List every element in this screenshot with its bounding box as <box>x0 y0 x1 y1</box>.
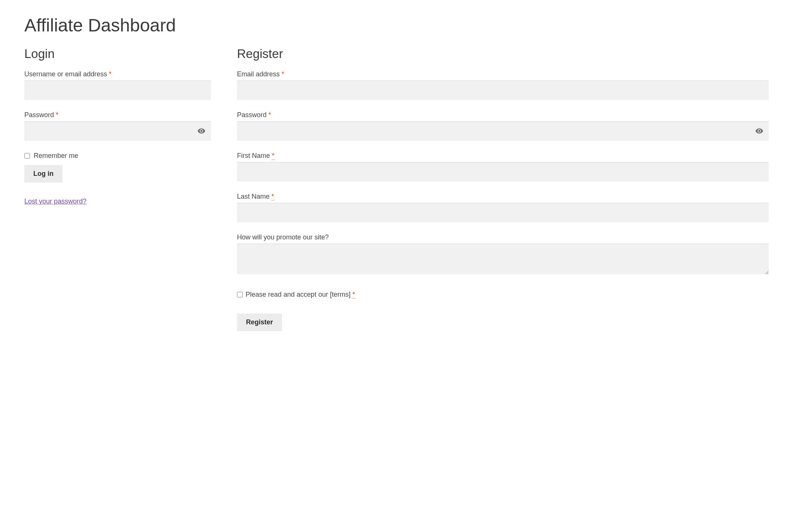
required-marker: * <box>109 70 112 78</box>
register-section: Register Email address * Password * <box>237 47 769 331</box>
terms-label: Please read and accept our [terms] <box>246 291 352 298</box>
required-marker: * <box>352 291 355 299</box>
register-password-label: Password * <box>237 111 769 119</box>
register-email-label-text: Email address <box>237 70 282 78</box>
required-marker: * <box>56 111 58 119</box>
required-marker: * <box>272 152 274 160</box>
eye-icon[interactable] <box>755 127 763 135</box>
login-section: Login Username or email address * Passwo… <box>24 47 211 331</box>
login-username-field[interactable] <box>24 80 211 100</box>
login-username-label: Username or email address * <box>24 70 211 78</box>
remember-me-label: Remember me <box>34 152 78 160</box>
register-lastname-label: Last Name * <box>237 193 769 201</box>
register-email-label: Email address * <box>237 70 769 78</box>
register-lastname-label-text: Last Name <box>237 193 271 200</box>
login-password-field[interactable] <box>24 121 211 141</box>
required-marker: * <box>271 193 274 201</box>
login-heading: Login <box>24 47 211 61</box>
register-password-label-text: Password <box>237 111 268 119</box>
terms-checkbox[interactable] <box>237 292 243 297</box>
required-marker: * <box>282 70 284 78</box>
register-firstname-field[interactable] <box>237 162 769 181</box>
register-email-field[interactable] <box>237 80 769 100</box>
lost-password-link[interactable]: Lost your password? <box>24 198 86 205</box>
remember-me-checkbox[interactable] <box>24 153 30 159</box>
login-password-label: Password * <box>24 111 211 119</box>
register-firstname-label: First Name * <box>237 152 769 160</box>
eye-icon[interactable] <box>197 127 206 135</box>
register-promote-label: How will you promote our site? <box>237 233 769 241</box>
register-firstname-label-text: First Name <box>237 152 272 159</box>
register-promote-field[interactable] <box>237 244 769 274</box>
login-username-label-text: Username or email address <box>24 70 109 78</box>
register-lastname-field[interactable] <box>237 203 769 222</box>
register-button[interactable]: Register <box>237 314 282 331</box>
register-password-field[interactable] <box>237 121 769 141</box>
page-title: Affiliate Dashboard <box>24 15 769 36</box>
required-marker: * <box>268 111 271 119</box>
login-button[interactable]: Log in <box>24 165 63 183</box>
register-heading: Register <box>237 47 769 61</box>
login-password-label-text: Password <box>24 111 56 119</box>
